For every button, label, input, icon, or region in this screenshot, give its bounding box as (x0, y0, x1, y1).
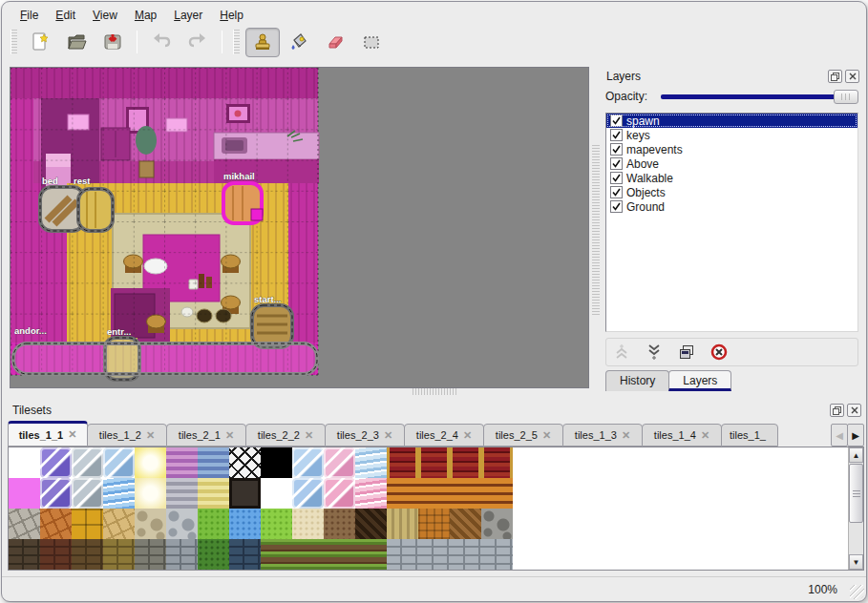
tileset-tile[interactable] (418, 539, 450, 570)
tileset-tile[interactable] (198, 539, 229, 570)
tab-history[interactable]: History (605, 370, 669, 391)
save-button[interactable] (95, 28, 130, 57)
scroll-tabs-right-button[interactable]: ▶ (847, 424, 864, 447)
tileset-tile[interactable] (261, 539, 292, 570)
tileset-tile[interactable] (292, 478, 324, 509)
tileset-tile[interactable] (418, 447, 450, 478)
redo-button[interactable] (180, 28, 215, 57)
tileset-tile[interactable] (103, 509, 135, 539)
close-panel-button[interactable] (845, 70, 859, 83)
tileset-tile[interactable] (198, 509, 229, 539)
tileset-tile[interactable] (324, 509, 355, 539)
tileset-tile[interactable] (9, 478, 40, 509)
duplicate-layer-button[interactable] (675, 341, 698, 364)
layer-row-above[interactable]: Above (606, 156, 857, 171)
tileset-tile[interactable] (418, 478, 450, 509)
tileset-tab[interactable]: tiles_1_3✕ (562, 424, 643, 447)
tileset-tile[interactable] (261, 509, 292, 539)
tileset-tile[interactable] (324, 478, 355, 509)
tileset-tile[interactable] (450, 539, 481, 570)
tileset-tile[interactable] (387, 539, 418, 570)
tileset-tile[interactable] (72, 539, 103, 570)
layer-visibility-checkbox[interactable] (610, 186, 623, 198)
tileset-tile[interactable] (135, 539, 166, 570)
tileset-tile[interactable] (450, 478, 481, 509)
tileset-tile[interactable] (450, 447, 481, 478)
menu-map[interactable]: Map (126, 7, 165, 24)
tileset-tile[interactable] (198, 447, 229, 478)
tileset-tab[interactable]: tiles_1_1✕ (8, 421, 88, 447)
menu-edit[interactable]: Edit (47, 7, 84, 24)
tab-close-icon[interactable]: ✕ (384, 429, 392, 442)
scroll-tabs-left-button[interactable]: ◀ (831, 424, 848, 447)
lower-layer-button[interactable] (643, 341, 666, 364)
menu-help[interactable]: Help (211, 7, 252, 24)
float-panel-button[interactable] (830, 404, 844, 417)
tileset-tile[interactable] (324, 447, 355, 478)
scroll-down-button[interactable]: ▼ (849, 554, 863, 570)
tileset-tile[interactable] (355, 478, 387, 509)
tileset-tile[interactable] (229, 509, 261, 539)
tileset-tile[interactable] (481, 478, 513, 509)
toolbar-grip[interactable] (233, 30, 240, 54)
float-panel-button[interactable] (828, 70, 842, 83)
tileset-tab[interactable]: tiles_1_4✕ (642, 424, 722, 447)
scroll-up-button[interactable]: ▲ (849, 447, 863, 463)
stamp-tool-button[interactable] (245, 28, 280, 57)
tileset-tile[interactable] (387, 447, 418, 478)
resize-grip[interactable] (850, 585, 864, 599)
tileset-tile[interactable] (481, 447, 513, 478)
tileset-tile[interactable] (166, 509, 198, 539)
layer-visibility-checkbox[interactable] (610, 114, 623, 127)
horizontal-splitter[interactable] (413, 388, 456, 395)
tileset-tile[interactable] (72, 447, 103, 478)
menu-view[interactable]: View (84, 7, 126, 24)
open-button[interactable] (59, 28, 94, 57)
scrollbar-thumb[interactable] (849, 464, 863, 523)
layer-visibility-checkbox[interactable] (610, 129, 623, 141)
tileset-tile[interactable] (481, 539, 513, 570)
tileset-tile[interactable] (198, 478, 229, 509)
tileset-tab[interactable]: tiles_2_4✕ (404, 424, 484, 447)
layer-row-spawn[interactable]: spawn (606, 114, 857, 128)
tileset-tile[interactable] (166, 478, 198, 509)
layer-visibility-checkbox[interactable] (610, 143, 623, 156)
tileset-tile[interactable] (387, 478, 418, 509)
tileset-tile[interactable] (387, 509, 418, 539)
tab-close-icon[interactable]: ✕ (463, 429, 472, 442)
opacity-slider-track[interactable] (661, 94, 855, 99)
menu-file[interactable]: File (11, 7, 47, 24)
tileset-tile[interactable] (40, 478, 72, 509)
tab-layers[interactable]: Layers (668, 370, 731, 391)
layer-row-keys[interactable]: keys (606, 128, 857, 142)
tileset-tile[interactable] (229, 478, 261, 509)
tileset-tab[interactable]: tiles_1_2✕ (87, 424, 167, 447)
tileset-tile[interactable] (9, 539, 40, 570)
tileset-tile[interactable] (229, 539, 261, 570)
tileset-tile[interactable] (292, 539, 324, 570)
tab-close-icon[interactable]: ✕ (68, 428, 76, 441)
tileset-tab[interactable]: tiles_2_3✕ (325, 424, 405, 447)
layer-row-ground[interactable]: Ground (606, 199, 857, 214)
layer-list[interactable]: spawn keys mapevents Above Walkable Obje… (605, 113, 858, 332)
tileset-tab[interactable]: tiles_2_5✕ (483, 424, 563, 447)
tileset-vertical-scrollbar[interactable]: ▲ ▼ (848, 447, 863, 570)
tileset-tile[interactable] (40, 539, 72, 570)
tileset-tile[interactable] (418, 509, 450, 539)
tileset-tile[interactable] (261, 478, 292, 509)
tileset-tile[interactable] (40, 447, 72, 478)
tileset-tile[interactable] (72, 509, 103, 539)
tileset-tile[interactable] (292, 509, 324, 539)
opacity-slider-handle[interactable] (834, 90, 858, 104)
tileset-tile[interactable] (355, 447, 387, 478)
remove-layer-button[interactable] (708, 341, 730, 364)
tab-close-icon[interactable]: ✕ (542, 429, 551, 442)
tileset-tile[interactable] (229, 447, 261, 478)
tileset-grid[interactable] (9, 447, 513, 570)
layer-visibility-checkbox[interactable] (610, 172, 623, 184)
tileset-tile[interactable] (355, 509, 387, 539)
tileset-tile[interactable] (166, 539, 198, 570)
vertical-splitter[interactable] (592, 145, 600, 317)
eraser-tool-button[interactable] (318, 28, 352, 57)
raise-layer-button[interactable] (610, 341, 633, 364)
